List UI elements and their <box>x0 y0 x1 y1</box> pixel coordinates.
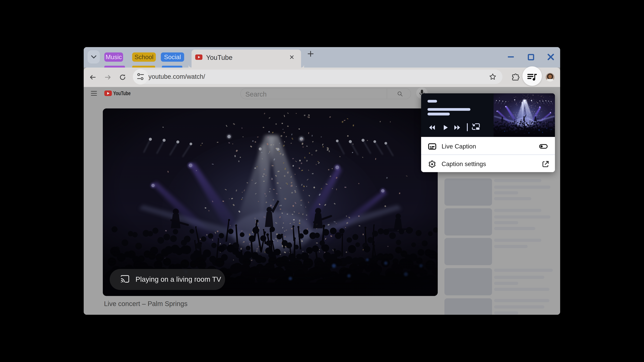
svg-text:YouTube: YouTube <box>113 90 131 96</box>
